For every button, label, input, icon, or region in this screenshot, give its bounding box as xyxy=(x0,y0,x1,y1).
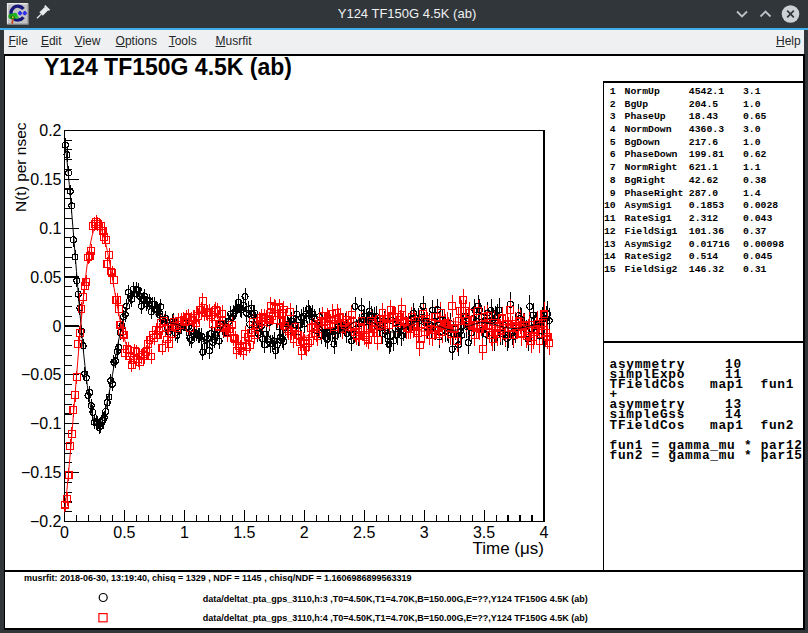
svg-text:4: 4 xyxy=(610,124,616,135)
svg-text:0: 0 xyxy=(60,524,69,541)
svg-text:fun2: fun2 xyxy=(761,418,795,433)
svg-text:N(t) per nsec: N(t) per nsec xyxy=(12,122,29,212)
svg-text:fun2 = gamma_mu * par15: fun2 = gamma_mu * par15 xyxy=(610,448,803,463)
svg-text:1: 1 xyxy=(180,524,189,541)
svg-text:0.1: 0.1 xyxy=(39,220,61,237)
svg-text:2: 2 xyxy=(610,99,616,110)
svg-text:FieldSig2: FieldSig2 xyxy=(625,264,678,275)
svg-text:217.6: 217.6 xyxy=(689,137,719,148)
svg-text:PhaseRight: PhaseRight xyxy=(625,188,684,199)
svg-text:fun1: fun1 xyxy=(761,377,795,392)
svg-text:0.5: 0.5 xyxy=(113,524,135,541)
svg-text:−0.2: −0.2 xyxy=(30,513,62,530)
svg-text:9: 9 xyxy=(610,188,616,199)
svg-text:3.0: 3.0 xyxy=(743,124,761,135)
svg-text:NormUp: NormUp xyxy=(625,86,660,97)
svg-text:BgDown: BgDown xyxy=(625,137,660,148)
svg-text:0.00098: 0.00098 xyxy=(743,239,784,250)
svg-text:TFieldCos: TFieldCos xyxy=(610,377,686,392)
svg-text:0.1853: 0.1853 xyxy=(689,200,724,211)
svg-text:204.5: 204.5 xyxy=(689,99,719,110)
svg-text:RateSig1: RateSig1 xyxy=(625,213,672,224)
svg-text:map1: map1 xyxy=(710,377,744,392)
svg-text:0.045: 0.045 xyxy=(743,251,773,262)
svg-text:AsymSig1: AsymSig1 xyxy=(625,200,672,211)
svg-text:4542.1: 4542.1 xyxy=(689,86,724,97)
svg-text:data/deltat_pta_gps_3110,h:4 ,: data/deltat_pta_gps_3110,h:4 ,T0=4.50K,T… xyxy=(203,613,588,623)
svg-text:6: 6 xyxy=(610,149,616,160)
svg-text:287.0: 287.0 xyxy=(689,188,719,199)
svg-text:1.5: 1.5 xyxy=(233,524,255,541)
svg-text:1.1: 1.1 xyxy=(743,162,761,173)
svg-text:RateSig2: RateSig2 xyxy=(625,251,672,262)
svg-text:TFieldCos: TFieldCos xyxy=(610,418,686,433)
svg-text:621.1: 621.1 xyxy=(689,162,719,173)
svg-text:0.2: 0.2 xyxy=(39,122,61,139)
svg-text:0.15: 0.15 xyxy=(30,171,61,188)
svg-text:1: 1 xyxy=(610,86,616,97)
svg-text:2.312: 2.312 xyxy=(689,213,719,224)
svg-text:1.0: 1.0 xyxy=(743,137,761,148)
svg-text:PhaseDown: PhaseDown xyxy=(625,149,678,160)
svg-text:0.043: 0.043 xyxy=(743,213,773,224)
svg-text:5: 5 xyxy=(610,137,616,148)
svg-text:14: 14 xyxy=(604,251,616,262)
svg-text:0.37: 0.37 xyxy=(743,226,767,237)
svg-text:2: 2 xyxy=(300,524,309,541)
svg-text:PhaseUp: PhaseUp xyxy=(625,111,666,122)
svg-text:3.1: 3.1 xyxy=(743,86,761,97)
svg-text:146.32: 146.32 xyxy=(689,264,724,275)
svg-text:0.62: 0.62 xyxy=(743,149,767,160)
svg-text:BgRight: BgRight xyxy=(625,175,666,186)
svg-text:42.62: 42.62 xyxy=(689,175,719,186)
svg-text:13: 13 xyxy=(604,239,616,250)
svg-text:Y124 TF150G 4.5K (ab): Y124 TF150G 4.5K (ab) xyxy=(44,54,292,80)
svg-text:1.4: 1.4 xyxy=(743,188,761,199)
svg-text:3: 3 xyxy=(610,111,616,122)
svg-text:0.514: 0.514 xyxy=(689,251,719,262)
svg-text:−0.15: −0.15 xyxy=(21,464,62,481)
svg-text:0.65: 0.65 xyxy=(743,111,767,122)
svg-text:0.01716: 0.01716 xyxy=(689,239,730,250)
svg-text:0: 0 xyxy=(53,318,62,335)
svg-text:0.0028: 0.0028 xyxy=(743,200,778,211)
svg-text:AsymSig2: AsymSig2 xyxy=(625,239,672,250)
svg-text:data/deltat_pta_gps_3110,h:3 ,: data/deltat_pta_gps_3110,h:3 ,T0=4.50K,T… xyxy=(203,594,588,604)
svg-text:18.43: 18.43 xyxy=(689,111,719,122)
svg-text:12: 12 xyxy=(604,226,616,237)
svg-text:FieldSig1: FieldSig1 xyxy=(625,226,678,237)
svg-text:4360.3: 4360.3 xyxy=(689,124,724,135)
svg-text:Time (μs): Time (μs) xyxy=(473,539,545,558)
svg-text:8: 8 xyxy=(610,175,616,186)
svg-text:1.0: 1.0 xyxy=(743,99,761,110)
svg-text:11: 11 xyxy=(604,213,616,224)
svg-text:3: 3 xyxy=(420,524,429,541)
svg-text:2.5: 2.5 xyxy=(353,524,375,541)
svg-text:−0.1: −0.1 xyxy=(30,415,62,432)
svg-text:0.31: 0.31 xyxy=(743,264,767,275)
svg-text:0.05: 0.05 xyxy=(30,269,61,286)
svg-text:10: 10 xyxy=(604,200,616,211)
svg-text:BgUp: BgUp xyxy=(625,99,649,110)
svg-text:−0.05: −0.05 xyxy=(21,366,62,383)
svg-text:15: 15 xyxy=(604,264,616,275)
svg-text:NormDown: NormDown xyxy=(625,124,672,135)
svg-text:map1: map1 xyxy=(710,418,744,433)
svg-text:101.36: 101.36 xyxy=(689,226,724,237)
svg-text:199.81: 199.81 xyxy=(689,149,724,160)
svg-text:musrfit: 2018-06-30, 13:19:40,: musrfit: 2018-06-30, 13:19:40, chisq = 1… xyxy=(24,573,411,583)
svg-text:7: 7 xyxy=(610,162,616,173)
svg-text:0.38: 0.38 xyxy=(743,175,767,186)
svg-text:NormRight: NormRight xyxy=(625,162,678,173)
